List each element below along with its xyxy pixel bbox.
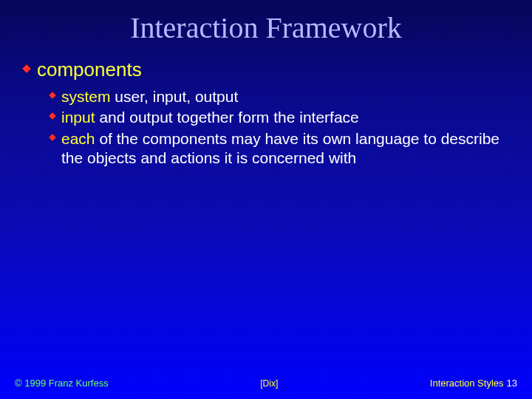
bullet-l2-rest: of the components may have its own langu… xyxy=(61,130,499,166)
bullet-l2-lead: system xyxy=(61,88,111,105)
bullet-l2-text: system user, input, output xyxy=(61,87,510,106)
bullet-level1: components xyxy=(22,58,510,81)
slide: Interaction Framework components system … xyxy=(0,0,532,399)
page-indicator: Interaction Styles13 xyxy=(430,378,517,389)
slide-footer: © 1999 Franz Kurfess [Dix] Interaction S… xyxy=(0,378,532,389)
diamond-bullet-icon xyxy=(49,112,56,120)
bullet-level2: system user, input, output xyxy=(49,87,510,106)
bullet-l2-text: each of the components may have its own … xyxy=(61,129,510,168)
bullet-l2-lead: each xyxy=(61,130,95,147)
svg-marker-1 xyxy=(49,92,56,99)
bullet-l2-text: input and output together form the inter… xyxy=(61,108,510,127)
bullet-l2-rest: user, input, output xyxy=(111,88,239,105)
sub-bullet-list: system user, input, output input and out… xyxy=(22,86,510,168)
page-number: 13 xyxy=(507,378,517,389)
diamond-bullet-icon xyxy=(49,92,56,99)
diamond-bullet-icon xyxy=(49,134,56,141)
page-label: Interaction Styles xyxy=(430,378,504,389)
svg-marker-2 xyxy=(49,112,56,120)
citation-text: [Dix] xyxy=(260,378,278,389)
copyright-text: © 1999 Franz Kurfess xyxy=(15,378,109,389)
bullet-l2-lead: input xyxy=(61,109,95,126)
diamond-bullet-icon xyxy=(22,64,31,73)
bullet-level2: each of the components may have its own … xyxy=(49,129,510,168)
bullet-l2-rest: and output together form the interface xyxy=(95,109,359,126)
svg-marker-0 xyxy=(22,64,31,73)
slide-content: components system user, input, output in… xyxy=(0,45,532,168)
slide-title: Interaction Framework xyxy=(0,0,532,45)
svg-marker-3 xyxy=(49,134,56,141)
bullet-l1-lead: components xyxy=(37,58,142,81)
bullet-level2: input and output together form the inter… xyxy=(49,108,510,127)
